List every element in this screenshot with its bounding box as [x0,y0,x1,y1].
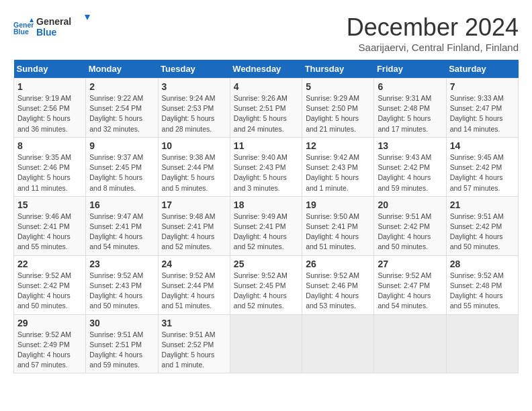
day-number: 5 [306,81,370,92]
day-cell: 8Sunrise: 9:35 AM Sunset: 2:46 PM Daylig… [14,137,86,196]
day-number: 29 [17,318,82,328]
day-cell: 13Sunrise: 9:43 AM Sunset: 2:42 PM Dayli… [374,137,446,196]
day-cell: 27Sunrise: 9:52 AM Sunset: 2:47 PM Dayli… [374,255,446,314]
day-detail: Sunrise: 9:51 AM Sunset: 2:52 PM Dayligh… [162,330,226,371]
day-cell: 15Sunrise: 9:46 AM Sunset: 2:41 PM Dayli… [14,196,86,255]
day-detail: Sunrise: 9:31 AM Sunset: 2:48 PM Dayligh… [378,93,442,134]
day-detail: Sunrise: 9:51 AM Sunset: 2:42 PM Dayligh… [450,212,515,253]
day-cell: 2Sunrise: 9:22 AM Sunset: 2:54 PM Daylig… [86,79,158,138]
day-cell: 30Sunrise: 9:51 AM Sunset: 2:51 PM Dayli… [86,314,158,373]
col-header-monday: Monday [86,60,158,79]
day-detail: Sunrise: 9:52 AM Sunset: 2:48 PM Dayligh… [450,271,515,312]
day-detail: Sunrise: 9:42 AM Sunset: 2:43 PM Dayligh… [306,152,370,193]
day-detail: Sunrise: 9:24 AM Sunset: 2:53 PM Dayligh… [162,93,226,134]
day-number: 12 [306,140,370,151]
day-detail: Sunrise: 9:52 AM Sunset: 2:49 PM Dayligh… [17,330,82,371]
day-cell: 6Sunrise: 9:31 AM Sunset: 2:48 PM Daylig… [374,79,446,138]
day-cell [374,314,446,373]
day-cell: 4Sunrise: 9:26 AM Sunset: 2:51 PM Daylig… [230,79,302,138]
calendar-table: SundayMondayTuesdayWednesdayThursdayFrid… [13,60,519,373]
day-detail: Sunrise: 9:52 AM Sunset: 2:43 PM Dayligh… [89,271,154,312]
day-cell: 21Sunrise: 9:51 AM Sunset: 2:42 PM Dayli… [446,196,518,255]
day-cell: 31Sunrise: 9:51 AM Sunset: 2:52 PM Dayli… [158,314,230,373]
day-number: 30 [89,318,154,328]
month-title: December 2024 [347,13,519,42]
week-row-5: 29Sunrise: 9:52 AM Sunset: 2:49 PM Dayli… [14,314,519,373]
day-detail: Sunrise: 9:19 AM Sunset: 2:56 PM Dayligh… [17,93,82,134]
day-detail: Sunrise: 9:43 AM Sunset: 2:42 PM Dayligh… [378,152,442,193]
day-number: 19 [306,199,370,210]
day-cell: 17Sunrise: 9:48 AM Sunset: 2:41 PM Dayli… [158,196,230,255]
day-cell: 24Sunrise: 9:52 AM Sunset: 2:44 PM Dayli… [158,255,230,314]
day-number: 31 [162,318,226,328]
day-cell: 7Sunrise: 9:33 AM Sunset: 2:47 PM Daylig… [446,79,518,138]
day-detail: Sunrise: 9:38 AM Sunset: 2:44 PM Dayligh… [162,152,226,193]
day-detail: Sunrise: 9:49 AM Sunset: 2:41 PM Dayligh… [234,212,298,253]
day-detail: Sunrise: 9:26 AM Sunset: 2:51 PM Dayligh… [234,93,298,134]
calendar-header-row: SundayMondayTuesdayWednesdayThursdayFrid… [14,60,519,79]
day-number: 24 [162,259,226,269]
col-header-friday: Friday [374,60,446,79]
day-detail: Sunrise: 9:40 AM Sunset: 2:43 PM Dayligh… [234,152,298,193]
week-row-4: 22Sunrise: 9:52 AM Sunset: 2:42 PM Dayli… [14,255,519,314]
week-row-2: 8Sunrise: 9:35 AM Sunset: 2:46 PM Daylig… [14,137,519,196]
col-header-thursday: Thursday [302,60,374,79]
day-number: 21 [450,199,515,210]
col-header-sunday: Sunday [14,60,86,79]
day-number: 22 [17,259,82,269]
day-cell: 5Sunrise: 9:29 AM Sunset: 2:50 PM Daylig… [302,79,374,138]
day-cell: 19Sunrise: 9:50 AM Sunset: 2:41 PM Dayli… [302,196,374,255]
day-detail: Sunrise: 9:52 AM Sunset: 2:42 PM Dayligh… [17,271,82,312]
day-detail: Sunrise: 9:51 AM Sunset: 2:42 PM Dayligh… [378,212,442,253]
day-cell: 22Sunrise: 9:52 AM Sunset: 2:42 PM Dayli… [14,255,86,314]
day-detail: Sunrise: 9:37 AM Sunset: 2:45 PM Dayligh… [89,152,154,193]
day-number: 26 [306,259,370,269]
day-detail: Sunrise: 9:48 AM Sunset: 2:41 PM Dayligh… [162,212,226,253]
week-row-3: 15Sunrise: 9:46 AM Sunset: 2:41 PM Dayli… [14,196,519,255]
day-number: 27 [378,259,442,269]
day-number: 16 [89,199,154,210]
day-detail: Sunrise: 9:52 AM Sunset: 2:45 PM Dayligh… [234,271,298,312]
col-header-tuesday: Tuesday [158,60,230,79]
day-cell: 9Sunrise: 9:37 AM Sunset: 2:45 PM Daylig… [86,137,158,196]
day-detail: Sunrise: 9:33 AM Sunset: 2:47 PM Dayligh… [450,93,515,134]
day-cell: 28Sunrise: 9:52 AM Sunset: 2:48 PM Dayli… [446,255,518,314]
day-cell: 11Sunrise: 9:40 AM Sunset: 2:43 PM Dayli… [230,137,302,196]
day-number: 18 [234,199,298,210]
calendar-body: 1Sunrise: 9:19 AM Sunset: 2:56 PM Daylig… [14,79,519,373]
day-number: 1 [17,81,82,92]
day-detail: Sunrise: 9:52 AM Sunset: 2:44 PM Dayligh… [162,271,226,312]
day-cell [302,314,374,373]
day-detail: Sunrise: 9:29 AM Sunset: 2:50 PM Dayligh… [306,93,370,134]
day-number: 15 [17,199,82,210]
day-cell: 16Sunrise: 9:47 AM Sunset: 2:41 PM Dayli… [86,196,158,255]
title-block: December 2024 Saarijaervi, Central Finla… [347,13,519,53]
col-header-saturday: Saturday [446,60,518,79]
day-detail: Sunrise: 9:50 AM Sunset: 2:41 PM Dayligh… [306,212,370,253]
page-header: General Blue General Blue December 2024 … [13,13,519,53]
day-detail: Sunrise: 9:22 AM Sunset: 2:54 PM Dayligh… [89,93,154,134]
day-number: 6 [378,81,442,92]
svg-text:General: General [36,16,71,27]
day-detail: Sunrise: 9:35 AM Sunset: 2:46 PM Dayligh… [17,152,82,193]
day-number: 20 [378,199,442,210]
day-detail: Sunrise: 9:45 AM Sunset: 2:42 PM Dayligh… [450,152,515,193]
day-number: 8 [17,140,82,151]
day-number: 14 [450,140,515,151]
day-number: 7 [450,81,515,92]
col-header-wednesday: Wednesday [230,60,302,79]
location-subtitle: Saarijaervi, Central Finland, Finland [347,42,519,53]
day-cell: 1Sunrise: 9:19 AM Sunset: 2:56 PM Daylig… [14,79,86,138]
day-number: 4 [234,81,298,92]
day-cell [230,314,302,373]
day-number: 9 [89,140,154,151]
day-cell: 3Sunrise: 9:24 AM Sunset: 2:53 PM Daylig… [158,79,230,138]
day-detail: Sunrise: 9:46 AM Sunset: 2:41 PM Dayligh… [17,212,82,253]
day-cell: 29Sunrise: 9:52 AM Sunset: 2:49 PM Dayli… [14,314,86,373]
day-cell: 12Sunrise: 9:42 AM Sunset: 2:43 PM Dayli… [302,137,374,196]
day-cell: 20Sunrise: 9:51 AM Sunset: 2:42 PM Dayli… [374,196,446,255]
day-cell: 14Sunrise: 9:45 AM Sunset: 2:42 PM Dayli… [446,137,518,196]
day-number: 25 [234,259,298,269]
day-cell: 10Sunrise: 9:38 AM Sunset: 2:44 PM Dayli… [158,137,230,196]
svg-text:Blue: Blue [13,28,29,36]
